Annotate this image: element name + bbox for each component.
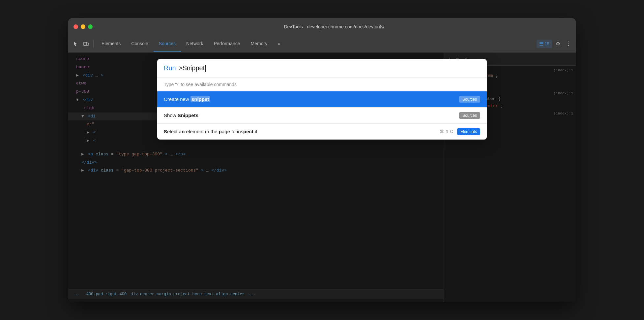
command-shortcut: ⌘ ⇧ C xyxy=(440,129,453,134)
more-options-icon[interactable]: ⋮ xyxy=(564,39,573,48)
command-item-select-element[interactable]: Select an element in the page to inspect… xyxy=(157,124,487,140)
command-run-label: Run xyxy=(164,64,176,72)
tab-elements[interactable]: Elements xyxy=(96,35,126,52)
svg-rect-1 xyxy=(87,43,88,46)
devtools-container: Elements Console Sources Network Perform… xyxy=(68,35,576,302)
bold-text: Snippets xyxy=(178,112,198,118)
cursor xyxy=(205,65,206,72)
command-item-badge-sources-2: Sources xyxy=(459,112,480,119)
tab-memory[interactable]: Memory xyxy=(246,35,273,52)
devtools-tabs: Elements Console Sources Network Perform… xyxy=(96,35,535,52)
breakpoints-count: 15 xyxy=(545,41,549,46)
close-button[interactable] xyxy=(73,24,78,29)
main-content: score banne <div … > etwe p-300 xyxy=(68,52,576,302)
command-menu: Run >Snippet Type '?' to see available c… xyxy=(157,59,487,140)
command-item-badge-sources-1: Sources xyxy=(459,96,480,103)
toolbar-right: ☰ 15 ⚙ ⋮ xyxy=(537,39,573,48)
toolbar-separator xyxy=(93,40,94,48)
tab-console[interactable]: Console xyxy=(126,35,153,52)
breakpoints-badge[interactable]: ☰ 15 xyxy=(537,40,552,48)
device-toggle-icon[interactable] xyxy=(81,39,91,48)
breakpoints-icon: ☰ xyxy=(539,41,543,47)
tab-sources[interactable]: Sources xyxy=(154,35,181,52)
command-hint: Type '?' to see available commands xyxy=(157,78,487,91)
command-item-show-snippets[interactable]: Show Snippets Sources xyxy=(157,108,487,124)
tab-network[interactable]: Network xyxy=(181,35,208,52)
command-overlay: Run >Snippet Type '?' to see available c… xyxy=(68,52,576,302)
tab-more[interactable]: » xyxy=(273,35,286,52)
devtools-window: DevTools - developer.chrome.com/docs/dev… xyxy=(68,18,576,302)
tab-performance[interactable]: Performance xyxy=(208,35,245,52)
command-item-badge-elements: Elements xyxy=(457,128,480,135)
command-item-label: Show Snippets xyxy=(164,112,459,118)
highlight-word: snippet xyxy=(190,96,210,102)
minimize-button[interactable] xyxy=(81,24,85,29)
svg-rect-0 xyxy=(84,42,87,46)
cursor-icon[interactable] xyxy=(71,39,80,48)
command-item-create-snippet[interactable]: Create new snippet Sources xyxy=(157,91,487,108)
titlebar: DevTools - developer.chrome.com/docs/dev… xyxy=(68,18,576,35)
command-input-row: Run >Snippet xyxy=(157,59,487,78)
traffic-lights xyxy=(73,24,93,29)
settings-icon[interactable]: ⚙ xyxy=(553,39,563,48)
window-title: DevTools - developer.chrome.com/docs/dev… xyxy=(98,24,571,29)
command-item-label: Select an element in the page to inspect… xyxy=(164,129,440,134)
devtools-toolbar: Elements Console Sources Network Perform… xyxy=(68,35,576,52)
maximize-button[interactable] xyxy=(88,24,93,29)
command-item-label: Create new snippet xyxy=(164,96,459,102)
command-input-text[interactable]: >Snippet xyxy=(179,64,206,72)
